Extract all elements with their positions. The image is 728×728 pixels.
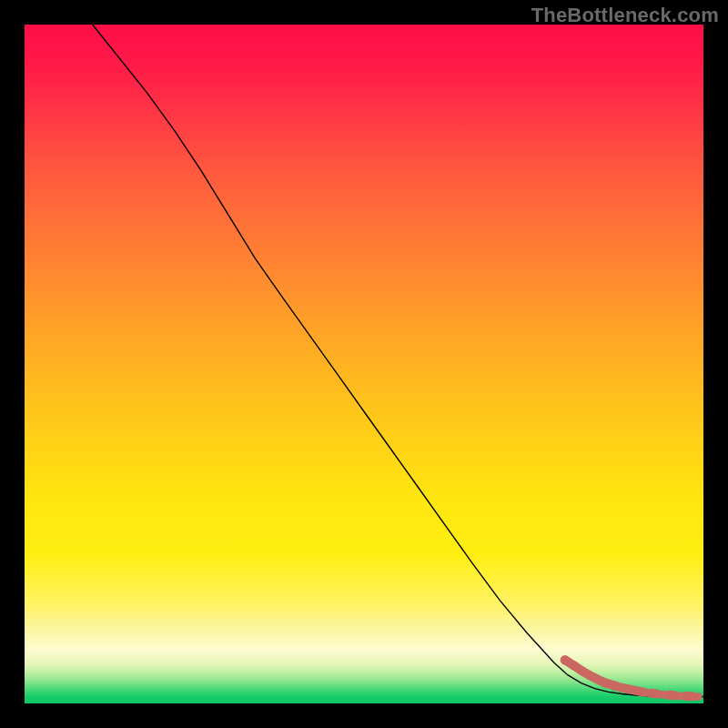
marker-dash — [576, 667, 581, 670]
marker-dash — [567, 662, 571, 664]
marker-dash — [584, 672, 589, 674]
marker-dash — [612, 685, 617, 687]
chart-frame: { "watermark": "TheBottleneck.com", "cha… — [0, 0, 728, 728]
marker-dash — [652, 693, 658, 694]
marker-dash — [622, 688, 630, 690]
watermark-text: TheBottleneck.com — [531, 4, 719, 27]
marker-dash — [668, 695, 674, 696]
main-curve-line — [93, 25, 703, 697]
marker-dash — [634, 691, 643, 693]
chart-overlay — [25, 25, 703, 703]
bottom-marker-group — [561, 655, 703, 701]
